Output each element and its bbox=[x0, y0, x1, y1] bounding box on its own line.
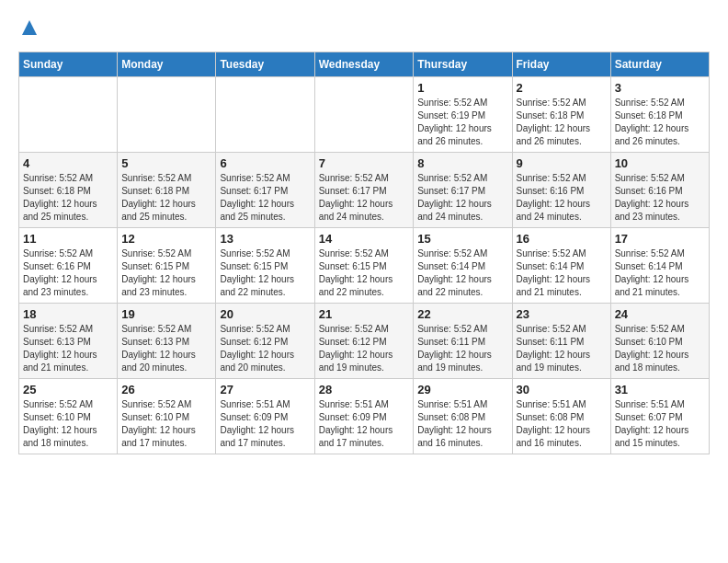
day-number: 24 bbox=[615, 307, 705, 321]
day-cell: 10Sunrise: 5:52 AM Sunset: 6:16 PM Dayli… bbox=[610, 152, 709, 227]
day-info: Sunrise: 5:52 AM Sunset: 6:15 PM Dayligh… bbox=[121, 247, 211, 299]
day-number: 20 bbox=[220, 307, 310, 321]
day-info: Sunrise: 5:52 AM Sunset: 6:16 PM Dayligh… bbox=[517, 172, 607, 224]
day-header-tuesday: Tuesday bbox=[216, 52, 314, 76]
day-cell: 3Sunrise: 5:52 AM Sunset: 6:18 PM Daylig… bbox=[610, 76, 709, 152]
calendar-table: SundayMondayTuesdayWednesdayThursdayFrid… bbox=[18, 52, 710, 454]
week-row-1: 1Sunrise: 5:52 AM Sunset: 6:19 PM Daylig… bbox=[19, 76, 710, 152]
day-cell: 14Sunrise: 5:52 AM Sunset: 6:15 PM Dayli… bbox=[314, 227, 414, 303]
day-number: 11 bbox=[23, 232, 113, 246]
day-info: Sunrise: 5:52 AM Sunset: 6:18 PM Dayligh… bbox=[121, 172, 211, 224]
day-info: Sunrise: 5:52 AM Sunset: 6:12 PM Dayligh… bbox=[319, 323, 410, 374]
day-cell: 26Sunrise: 5:52 AM Sunset: 6:10 PM Dayli… bbox=[118, 378, 216, 454]
day-number: 8 bbox=[417, 156, 507, 170]
day-cell: 27Sunrise: 5:51 AM Sunset: 6:09 PM Dayli… bbox=[216, 378, 314, 454]
day-header-sunday: Sunday bbox=[19, 52, 118, 76]
day-number: 16 bbox=[517, 232, 607, 246]
day-info: Sunrise: 5:52 AM Sunset: 6:18 PM Dayligh… bbox=[615, 97, 705, 148]
day-number: 23 bbox=[517, 307, 607, 321]
day-info: Sunrise: 5:52 AM Sunset: 6:14 PM Dayligh… bbox=[517, 247, 607, 299]
day-number: 1 bbox=[417, 81, 507, 95]
day-info: Sunrise: 5:52 AM Sunset: 6:15 PM Dayligh… bbox=[220, 247, 310, 299]
day-number: 4 bbox=[23, 156, 113, 170]
day-number: 22 bbox=[417, 307, 507, 321]
day-number: 25 bbox=[23, 383, 113, 396]
day-number: 3 bbox=[615, 81, 705, 95]
day-number: 15 bbox=[417, 232, 507, 246]
day-header-saturday: Saturday bbox=[610, 52, 709, 76]
day-header-wednesday: Wednesday bbox=[314, 52, 414, 76]
day-number: 18 bbox=[23, 307, 113, 321]
week-row-2: 4Sunrise: 5:52 AM Sunset: 6:18 PM Daylig… bbox=[19, 152, 710, 227]
days-row: SundayMondayTuesdayWednesdayThursdayFrid… bbox=[19, 52, 710, 76]
day-cell: 1Sunrise: 5:52 AM Sunset: 6:19 PM Daylig… bbox=[414, 76, 512, 152]
day-info: Sunrise: 5:52 AM Sunset: 6:13 PM Dayligh… bbox=[23, 323, 113, 374]
day-number: 7 bbox=[319, 156, 410, 170]
day-info: Sunrise: 5:52 AM Sunset: 6:18 PM Dayligh… bbox=[23, 172, 113, 224]
day-cell: 13Sunrise: 5:52 AM Sunset: 6:15 PM Dayli… bbox=[216, 227, 314, 303]
day-info: Sunrise: 5:52 AM Sunset: 6:16 PM Dayligh… bbox=[615, 172, 705, 224]
day-number: 27 bbox=[220, 383, 310, 396]
day-cell: 15Sunrise: 5:52 AM Sunset: 6:14 PM Dayli… bbox=[414, 227, 512, 303]
week-row-4: 18Sunrise: 5:52 AM Sunset: 6:13 PM Dayli… bbox=[19, 303, 710, 378]
day-number: 12 bbox=[121, 232, 211, 246]
day-info: Sunrise: 5:51 AM Sunset: 6:07 PM Dayligh… bbox=[615, 398, 705, 450]
day-info: Sunrise: 5:52 AM Sunset: 6:10 PM Dayligh… bbox=[615, 323, 705, 374]
logo-icon bbox=[20, 18, 39, 37]
day-cell: 29Sunrise: 5:51 AM Sunset: 6:08 PM Dayli… bbox=[414, 378, 512, 454]
day-cell: 6Sunrise: 5:52 AM Sunset: 6:17 PM Daylig… bbox=[216, 152, 314, 227]
day-number: 31 bbox=[615, 383, 705, 396]
week-row-5: 25Sunrise: 5:52 AM Sunset: 6:10 PM Dayli… bbox=[19, 378, 710, 454]
day-info: Sunrise: 5:52 AM Sunset: 6:15 PM Dayligh… bbox=[319, 247, 410, 299]
day-header-thursday: Thursday bbox=[414, 52, 512, 76]
day-cell: 31Sunrise: 5:51 AM Sunset: 6:07 PM Dayli… bbox=[610, 378, 709, 454]
day-cell: 25Sunrise: 5:52 AM Sunset: 6:10 PM Dayli… bbox=[19, 378, 118, 454]
day-info: Sunrise: 5:52 AM Sunset: 6:11 PM Dayligh… bbox=[417, 323, 507, 374]
day-number: 5 bbox=[121, 156, 211, 170]
svg-marker-0 bbox=[22, 20, 37, 35]
day-number: 19 bbox=[121, 307, 211, 321]
day-info: Sunrise: 5:52 AM Sunset: 6:10 PM Dayligh… bbox=[23, 398, 113, 450]
calendar-header: SundayMondayTuesdayWednesdayThursdayFrid… bbox=[19, 52, 710, 76]
day-info: Sunrise: 5:51 AM Sunset: 6:09 PM Dayligh… bbox=[319, 398, 410, 450]
page-header bbox=[18, 18, 710, 42]
day-info: Sunrise: 5:52 AM Sunset: 6:12 PM Dayligh… bbox=[220, 323, 310, 374]
day-number: 30 bbox=[517, 383, 607, 396]
day-number: 28 bbox=[319, 383, 410, 396]
day-cell: 28Sunrise: 5:51 AM Sunset: 6:09 PM Dayli… bbox=[314, 378, 414, 454]
day-cell: 11Sunrise: 5:52 AM Sunset: 6:16 PM Dayli… bbox=[19, 227, 118, 303]
day-cell: 30Sunrise: 5:51 AM Sunset: 6:08 PM Dayli… bbox=[512, 378, 610, 454]
day-number: 13 bbox=[220, 232, 310, 246]
day-number: 21 bbox=[319, 307, 410, 321]
day-info: Sunrise: 5:52 AM Sunset: 6:16 PM Dayligh… bbox=[23, 247, 113, 299]
day-cell: 9Sunrise: 5:52 AM Sunset: 6:16 PM Daylig… bbox=[512, 152, 610, 227]
calendar-body: 1Sunrise: 5:52 AM Sunset: 6:19 PM Daylig… bbox=[19, 76, 710, 454]
day-cell bbox=[118, 76, 216, 152]
logo bbox=[18, 18, 39, 42]
day-info: Sunrise: 5:51 AM Sunset: 6:08 PM Dayligh… bbox=[417, 398, 507, 450]
day-cell: 8Sunrise: 5:52 AM Sunset: 6:17 PM Daylig… bbox=[414, 152, 512, 227]
day-number: 9 bbox=[517, 156, 607, 170]
day-number: 6 bbox=[220, 156, 310, 170]
day-info: Sunrise: 5:52 AM Sunset: 6:13 PM Dayligh… bbox=[121, 323, 211, 374]
day-number: 26 bbox=[121, 383, 211, 396]
day-cell: 18Sunrise: 5:52 AM Sunset: 6:13 PM Dayli… bbox=[19, 303, 118, 378]
day-cell: 17Sunrise: 5:52 AM Sunset: 6:14 PM Dayli… bbox=[610, 227, 709, 303]
day-cell: 24Sunrise: 5:52 AM Sunset: 6:10 PM Dayli… bbox=[610, 303, 709, 378]
day-info: Sunrise: 5:52 AM Sunset: 6:17 PM Dayligh… bbox=[319, 172, 410, 224]
day-cell bbox=[216, 76, 314, 152]
logo-text bbox=[18, 18, 39, 42]
day-cell: 19Sunrise: 5:52 AM Sunset: 6:13 PM Dayli… bbox=[118, 303, 216, 378]
day-cell bbox=[314, 76, 414, 152]
day-cell: 22Sunrise: 5:52 AM Sunset: 6:11 PM Dayli… bbox=[414, 303, 512, 378]
day-header-monday: Monday bbox=[118, 52, 216, 76]
day-info: Sunrise: 5:52 AM Sunset: 6:19 PM Dayligh… bbox=[417, 97, 507, 148]
day-cell: 7Sunrise: 5:52 AM Sunset: 6:17 PM Daylig… bbox=[314, 152, 414, 227]
day-info: Sunrise: 5:51 AM Sunset: 6:09 PM Dayligh… bbox=[220, 398, 310, 450]
day-number: 2 bbox=[517, 81, 607, 95]
day-number: 14 bbox=[319, 232, 410, 246]
day-cell: 16Sunrise: 5:52 AM Sunset: 6:14 PM Dayli… bbox=[512, 227, 610, 303]
day-cell: 4Sunrise: 5:52 AM Sunset: 6:18 PM Daylig… bbox=[19, 152, 118, 227]
day-cell bbox=[19, 76, 118, 152]
day-cell: 2Sunrise: 5:52 AM Sunset: 6:18 PM Daylig… bbox=[512, 76, 610, 152]
